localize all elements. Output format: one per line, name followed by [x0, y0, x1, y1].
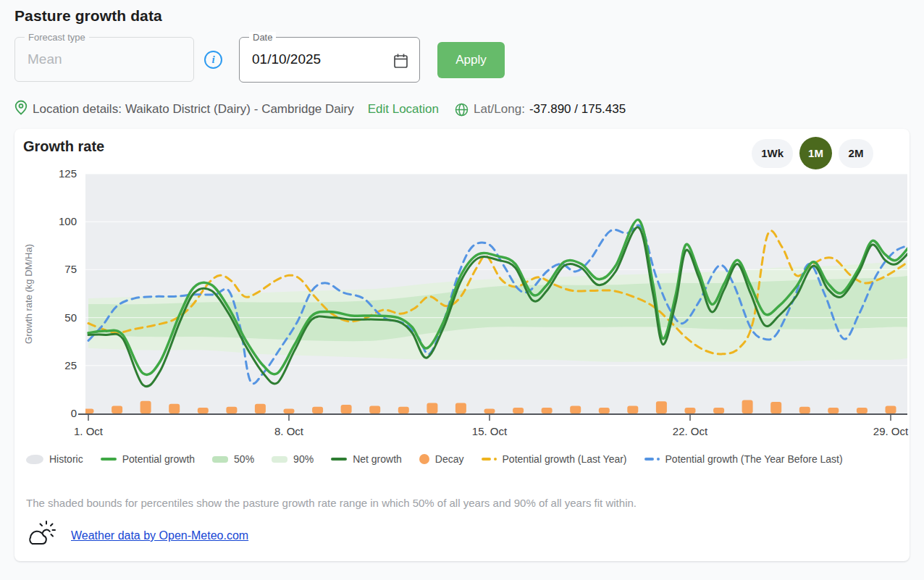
legend-label: Net growth: [353, 453, 402, 465]
potential-growth-line-icon: [101, 458, 117, 461]
forecast-type-value: Mean: [15, 38, 193, 81]
filters-row: Forecast type Mean i Date 01/10/2025 App…: [14, 37, 910, 83]
location-details-value: Waikato District (Dairy) - Cambridge Dai…: [125, 102, 354, 117]
decay-circle-icon: [419, 454, 429, 464]
svg-text:100: 100: [59, 215, 77, 227]
svg-text:8. Oct: 8. Oct: [274, 425, 304, 437]
historic-swatch-icon: [26, 455, 43, 464]
legend-item-50pct[interactable]: 50%: [212, 453, 254, 465]
legend-label: 90%: [293, 453, 314, 465]
year-before-last-dash-icon: [644, 458, 660, 461]
chart-legend: Historic Potential growth 50% 90% Net gr…: [26, 453, 843, 465]
legend-item-last-year[interactable]: Potential growth (Last Year): [482, 453, 627, 465]
legend-item-historic[interactable]: Historic: [26, 453, 83, 465]
svg-text:25: 25: [64, 359, 77, 371]
location-details-label: Location details:: [33, 102, 122, 117]
page-header: Pasture growth data Forecast type Mean i…: [0, 0, 924, 119]
apply-button[interactable]: Apply: [437, 42, 505, 78]
legend-label: Potential growth (Last Year): [503, 453, 627, 465]
legend-label: Potential growth (The Year Before Last): [665, 453, 843, 465]
location-pin-icon: [14, 100, 28, 119]
open-meteo-link[interactable]: Weather data by Open-Meteo.com: [71, 529, 248, 542]
location-row: Location details: Waikato District (Dair…: [14, 100, 910, 119]
legend-item-year-before-last[interactable]: Potential growth (The Year Before Last): [644, 453, 843, 465]
last-year-dash-icon: [482, 458, 497, 461]
growth-rate-chart: 1. Oct8. Oct15. Oct22. Oct29. Oct0255075…: [14, 168, 910, 446]
edit-location-link[interactable]: Edit Location: [368, 102, 439, 117]
net-growth-line-icon: [331, 458, 347, 461]
svg-text:29. Oct: 29. Oct: [873, 425, 909, 437]
legend-item-net-growth[interactable]: Net growth: [331, 453, 402, 465]
range-1wk-button[interactable]: 1Wk: [752, 139, 793, 168]
percentile-note: The shaded bounds for percentiles show t…: [26, 497, 637, 509]
globe-icon: [455, 103, 469, 117]
card-header: Growth rate 1Wk 1M 2M: [14, 129, 910, 168]
info-icon[interactable]: i: [204, 51, 222, 69]
date-label: Date: [249, 32, 276, 43]
legend-item-90pct[interactable]: 90%: [272, 453, 314, 465]
growth-rate-card: Growth rate 1Wk 1M 2M 1. Oct8. Oct15. Oc…: [14, 129, 910, 561]
legend-item-potential-growth[interactable]: Potential growth: [101, 453, 195, 465]
range-2m-button[interactable]: 2M: [839, 139, 873, 168]
svg-text:15. Oct: 15. Oct: [472, 425, 508, 437]
legend-label: Decay: [435, 453, 464, 465]
page-title: Pasture growth data: [14, 0, 910, 25]
date-field[interactable]: Date 01/10/2025: [239, 37, 420, 83]
calendar-icon[interactable]: [393, 53, 408, 72]
range-1m-button[interactable]: 1M: [799, 137, 832, 169]
svg-text:0: 0: [71, 407, 77, 419]
band-50-swatch-icon: [212, 456, 228, 463]
range-selector: 1Wk 1M 2M: [752, 137, 873, 169]
legend-label: Potential growth: [122, 453, 195, 465]
forecast-type-label: Forecast type: [25, 32, 89, 43]
forecast-type-field[interactable]: Forecast type Mean: [14, 37, 194, 82]
latlong-value: -37.890 / 175.435: [529, 102, 626, 117]
svg-text:50: 50: [64, 311, 77, 324]
weather-attribution: Weather data by Open-Meteo.com: [25, 520, 248, 552]
svg-text:Growth rate (kg DM/Ha): Growth rate (kg DM/Ha): [23, 244, 34, 344]
svg-text:75: 75: [64, 263, 77, 275]
latlong-label: Lat/Long:: [474, 102, 525, 117]
svg-text:22. Oct: 22. Oct: [673, 425, 708, 437]
svg-text:1. Oct: 1. Oct: [74, 425, 104, 437]
legend-label: Historic: [49, 453, 83, 465]
chart-title: Growth rate: [23, 138, 104, 155]
weather-icon: [25, 520, 56, 552]
legend-label: 50%: [234, 453, 254, 465]
date-value: 01/10/2025: [240, 38, 419, 81]
svg-text:125: 125: [59, 168, 77, 180]
legend-item-decay[interactable]: Decay: [419, 453, 464, 465]
band-90-swatch-icon: [272, 456, 287, 463]
